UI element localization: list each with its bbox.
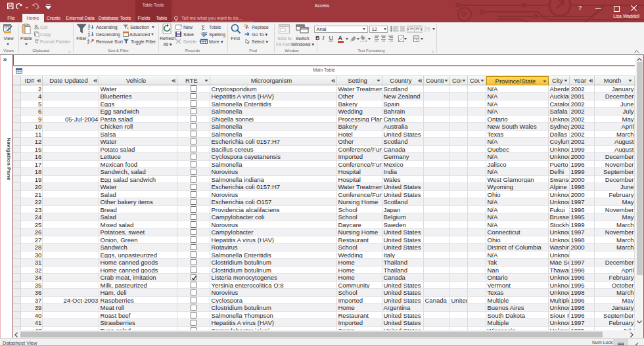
svg-text:ABC: ABC xyxy=(201,32,208,35)
svg-text:Z: Z xyxy=(88,27,90,30)
svg-text:1: 1 xyxy=(398,26,399,29)
svg-text:2: 2 xyxy=(398,30,399,33)
svg-text:A: A xyxy=(88,34,90,37)
svg-text:Z: Z xyxy=(87,41,89,44)
svg-text:¶: ¶ xyxy=(427,26,430,32)
svg-text:Σ: Σ xyxy=(202,24,205,30)
